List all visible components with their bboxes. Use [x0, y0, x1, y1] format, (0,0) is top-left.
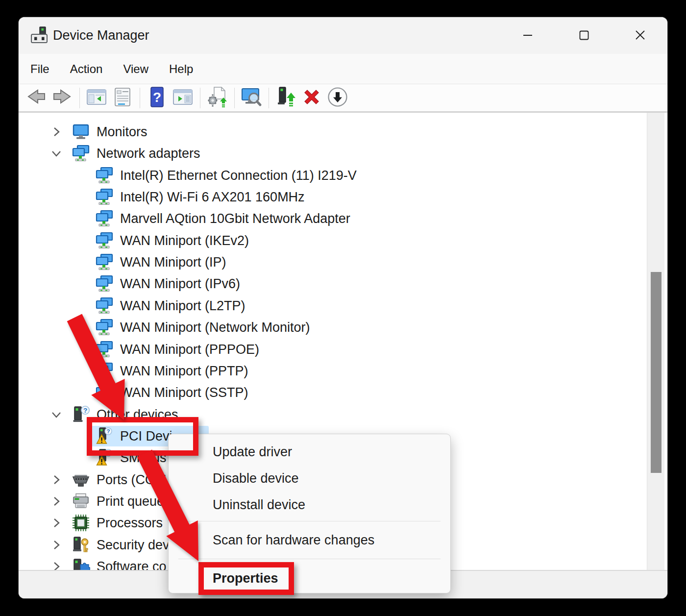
network-adapter-icon	[95, 209, 114, 228]
console-tree-icon	[86, 86, 107, 110]
chevron-right-icon[interactable]	[49, 516, 64, 530]
toolbar-button-help[interactable]: ?	[145, 86, 169, 110]
toolbar-button-action-pane[interactable]	[171, 86, 195, 110]
context-menu-item-disable-device[interactable]: Disable device	[169, 465, 450, 492]
svg-text:?: ?	[153, 90, 161, 105]
toolbar-separator	[140, 88, 140, 108]
tree-item-intel-r-ethernet-connection-11-i219-v[interactable]: Intel(R) Ethernet Connection (11) I219-V	[19, 165, 646, 186]
menu-bar: FileActionViewHelp	[19, 54, 667, 84]
tree-item-wan-miniport-sstp[interactable]: WAN Miniport (SSTP)	[19, 382, 646, 403]
network-adapter-icon	[95, 383, 114, 402]
network-adapter-icon	[95, 166, 114, 185]
toolbar-button-scan-hardware[interactable]	[205, 86, 229, 110]
menu-help[interactable]: Help	[169, 62, 193, 76]
context-menu-item-uninstall-device[interactable]: Uninstall device	[169, 492, 450, 518]
chevron-down-icon[interactable]	[49, 407, 64, 422]
help-icon: ?	[146, 86, 168, 110]
tree-item-label: WAN Miniport (Network Monitor)	[120, 317, 310, 338]
minimize-button[interactable]	[516, 24, 539, 47]
toolbar-button-uninstall-device[interactable]	[300, 86, 323, 110]
chevron-right-icon[interactable]	[49, 124, 64, 139]
forward-arrow-icon	[51, 86, 73, 110]
toolbar: ?	[19, 85, 667, 113]
remote-search-icon	[241, 86, 262, 110]
menu-action[interactable]: Action	[70, 62, 103, 76]
tree-item-label: Network adapters	[97, 143, 200, 164]
scrollbar-thumb[interactable]	[651, 272, 662, 473]
tree-item-marvell-aqtion-10gbit-network-adapter[interactable]: Marvell AQtion 10Gbit Network Adapter	[19, 208, 646, 229]
network-adapter-icon	[95, 296, 114, 315]
network-adapter-icon	[95, 362, 114, 380]
toolbar-separator	[234, 88, 235, 108]
toolbar-separator	[269, 88, 269, 108]
window-title: Device Manager	[53, 17, 149, 54]
network-adapter-icon	[95, 188, 114, 206]
action-pane-icon	[172, 86, 194, 110]
network-adapter-icon	[95, 340, 114, 359]
tree-item-intel-r-wi-fi-6-ax201-160mhz[interactable]: Intel(R) Wi-Fi 6 AX201 160MHz	[19, 186, 646, 208]
network-adapter-icon	[95, 318, 114, 337]
tree-item-label: WAN Miniport (PPTP)	[120, 360, 248, 382]
chevron-right-icon[interactable]	[49, 538, 64, 552]
scan-hardware-icon	[206, 86, 228, 110]
menu-file[interactable]: File	[30, 62, 49, 76]
tree-item-label: Monitors	[97, 121, 147, 143]
tree-item-label: Security dev	[97, 534, 170, 556]
tree-item-wan-miniport-ipv6[interactable]: WAN Miniport (IPv6)	[19, 273, 646, 295]
uninstall-device-icon	[301, 86, 322, 110]
chevron-right-icon[interactable]	[49, 494, 64, 509]
tree-item-wan-miniport-pptp[interactable]: WAN Miniport (PPTP)	[19, 360, 646, 382]
security-device-icon	[72, 536, 90, 554]
svg-text:?: ?	[83, 407, 87, 414]
toolbar-button-disable-device[interactable]	[326, 86, 349, 110]
tree-item-label: Software co	[97, 556, 167, 570]
tree-item-wan-miniport-ikev2[interactable]: WAN Miniport (IKEv2)	[19, 230, 646, 251]
properties-pane-icon	[112, 86, 133, 110]
toolbar-button-console-tree[interactable]	[85, 86, 108, 110]
maximize-button[interactable]	[573, 24, 595, 47]
tree-item-monitors[interactable]: Monitors	[19, 121, 646, 143]
toolbar-button-update-driver[interactable]	[274, 86, 297, 110]
toolbar-button-back-arrow[interactable]	[24, 86, 48, 110]
tree-item-network-adapters[interactable]: Network adapters	[19, 143, 646, 164]
toolbar-button-forward-arrow[interactable]	[50, 86, 74, 110]
toolbar-separator	[200, 88, 200, 108]
network-adapter-icon	[72, 144, 90, 163]
software-component-icon	[72, 557, 90, 570]
tree-item-label: Intel(R) Wi-Fi 6 AX201 160MHz	[120, 186, 305, 208]
tree-item-wan-miniport-l2tp[interactable]: WAN Miniport (L2TP)	[19, 295, 646, 317]
monitor-icon	[72, 123, 90, 141]
maximize-icon	[573, 24, 595, 47]
chevron-right-icon[interactable]	[49, 559, 64, 570]
device-manager-window: Device Manager FileActionViewHelp ? Moni…	[19, 17, 667, 598]
device-manager-app-icon	[29, 25, 49, 45]
context-menu-separator	[178, 559, 441, 559]
annotation-rect-pci-device	[87, 417, 198, 456]
titlebar: Device Manager	[19, 17, 667, 54]
close-button[interactable]	[629, 24, 652, 47]
tree-item-wan-miniport-ip[interactable]: WAN Miniport (IP)	[19, 251, 646, 273]
processor-icon	[72, 514, 90, 532]
toolbar-button-properties-pane[interactable]	[111, 86, 134, 110]
context-menu-item-update-driver[interactable]: Update driver	[169, 439, 450, 465]
tree-item-label: WAN Miniport (IKEv2)	[120, 230, 249, 251]
disable-device-icon	[327, 86, 348, 110]
menu-view[interactable]: View	[123, 62, 148, 76]
tree-item-wan-miniport-network-monitor[interactable]: WAN Miniport (Network Monitor)	[19, 317, 646, 338]
tree-item-label: Marvell AQtion 10Gbit Network Adapter	[120, 208, 350, 229]
chevron-right-icon[interactable]	[49, 472, 64, 487]
update-driver-icon	[275, 86, 296, 110]
tree-item-label: Ports (COM	[97, 469, 167, 491]
tree-item-wan-miniport-pppoe[interactable]: WAN Miniport (PPPOE)	[19, 339, 646, 360]
tree-item-label: WAN Miniport (PPPOE)	[120, 339, 259, 360]
screenshot-stage: Device Manager FileActionViewHelp ? Moni…	[0, 0, 686, 616]
serial-port-icon	[72, 470, 90, 489]
context-menu-item-scan-for-hardware-changes[interactable]: Scan for hardware changes	[169, 524, 450, 556]
back-arrow-icon	[25, 86, 47, 110]
context-menu-separator	[178, 521, 441, 521]
toolbar-button-remote-search[interactable]	[240, 86, 263, 110]
chevron-down-icon[interactable]	[49, 146, 64, 161]
tree-item-label: WAN Miniport (IP)	[120, 251, 226, 273]
network-adapter-icon	[95, 274, 114, 293]
vertical-scrollbar[interactable]	[647, 113, 664, 570]
